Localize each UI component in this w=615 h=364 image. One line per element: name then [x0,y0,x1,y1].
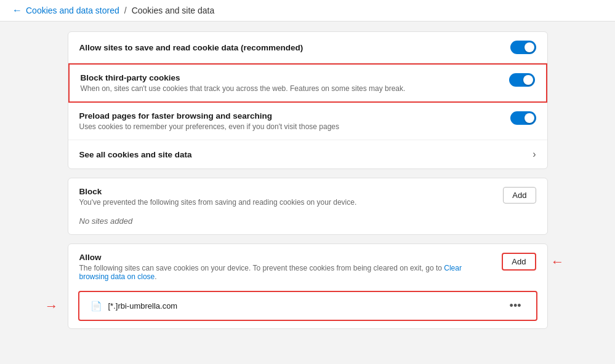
allow-cookies-row: Allow sites to save and read cookie data… [68,32,547,63]
arrow-add-button: ← [551,254,565,270]
site-row: 📄 [*.]rbi-umbrella.com ••• [78,291,537,321]
arrow-site-row: → [45,298,58,314]
breadcrumb-current: Cookies and site data [132,6,215,15]
block-third-party-toggle[interactable] [509,73,535,87]
allow-cookies-toggle[interactable] [510,41,536,54]
block-third-party-title: Block third-party cookies [81,73,406,82]
chevron-right-icon: › [533,149,536,160]
allow-add-button[interactable]: Add [502,253,536,271]
toggle-thumb-2 [523,75,533,85]
site-menu-button[interactable]: ••• [506,298,525,314]
see-all-row[interactable]: See all cookies and site data › [68,140,547,168]
preload-pages-toggle[interactable] [510,111,536,125]
block-section-header: Block You've prevented the following sit… [68,178,547,212]
allow-section-card: Allow The following sites can save cooki… [68,243,548,329]
site-name: [*.]rbi-umbrella.com [108,301,178,311]
see-all-label: See all cookies and site data [79,150,192,159]
site-file-icon: 📄 [90,301,102,312]
block-desc: You've prevented the following sites fro… [79,198,357,207]
preload-pages-title: Preload pages for faster browsing and se… [79,111,340,121]
block-add-button[interactable]: Add [503,187,536,204]
toggle-thumb [525,42,534,52]
page-container: ← Cookies and data stored / Cookies and … [0,0,615,364]
block-third-party-desc: When on, sites can't use cookies that tr… [81,84,406,93]
breadcrumb-link[interactable]: Cookies and data stored [26,6,119,15]
block-third-party-row: Block third-party cookies When on, sites… [68,63,547,103]
allow-cookies-title: Allow sites to save and read cookie data… [79,43,303,52]
breadcrumb-separator: / [124,6,127,15]
no-sites-label: No sites added [68,212,547,234]
settings-card: Allow sites to save and read cookie data… [68,31,548,169]
block-section-card: Block You've prevented the following sit… [68,178,548,235]
content-area: Allow sites to save and read cookie data… [31,22,585,339]
preload-pages-row: Preload pages for faster browsing and se… [68,103,547,140]
preload-pages-desc: Uses cookies to remember your preference… [79,122,340,131]
block-title: Block [79,187,357,196]
allow-desc: The following sites can save cookies on … [79,264,492,281]
site-row-wrapper: 📄 [*.]rbi-umbrella.com ••• → [73,291,542,321]
header: ← Cookies and data stored / Cookies and … [0,0,615,22]
allow-section-header: Allow The following sites can save cooki… [68,244,547,286]
allow-section-wrapper: Allow The following sites can save cooki… [68,243,548,329]
back-button[interactable]: ← [12,5,22,16]
allow-title: Allow [79,253,492,262]
site-row-inner: 📄 [*.]rbi-umbrella.com [90,301,178,312]
toggle-thumb-3 [525,113,534,123]
